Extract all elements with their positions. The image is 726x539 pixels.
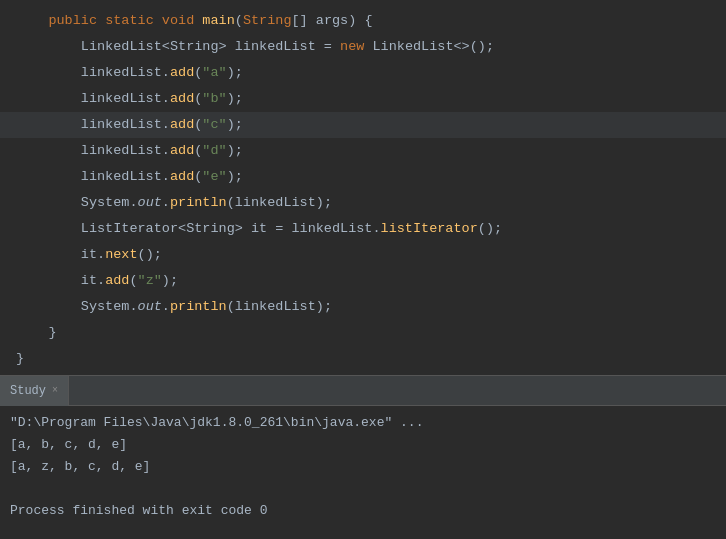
console-content: "D:\Program Files\Java\jdk1.8.0_261\bin\…	[0, 406, 726, 528]
tab-label: Study	[10, 384, 46, 398]
code-line-6: linkedList.add("d");	[0, 138, 726, 164]
console-line-0: "D:\Program Files\Java\jdk1.8.0_261\bin\…	[10, 412, 716, 434]
code-line-2: LinkedList<String> linkedList = new Link…	[0, 34, 726, 60]
console-line-4: Process finished with exit code 0	[10, 500, 716, 522]
code-line-9: ListIterator<String> it = linkedList.lis…	[0, 216, 726, 242]
code-line-11: it.add("z");	[0, 268, 726, 294]
bottom-panel: Study × "D:\Program Files\Java\jdk1.8.0_…	[0, 376, 726, 539]
console-line-3	[10, 478, 716, 500]
tab-close-icon[interactable]: ×	[52, 385, 58, 396]
console-line-1: [a, b, c, d, e]	[10, 434, 716, 456]
editor-area: public static void main(String[] args) {…	[0, 0, 726, 375]
code-gutter-line: }	[0, 346, 726, 372]
code-line-10: it.next();	[0, 242, 726, 268]
code-line-1: public static void main(String[] args) {	[0, 8, 726, 34]
console-line-2: [a, z, b, c, d, e]	[10, 456, 716, 478]
code-line-5: linkedList.add("c");	[0, 112, 726, 138]
code-line-13: }	[0, 320, 726, 346]
code-line-8: System.out.println(linkedList);	[0, 190, 726, 216]
tab-bar: Study ×	[0, 376, 726, 406]
code-line-3: linkedList.add("a");	[0, 60, 726, 86]
code-line-7: linkedList.add("e");	[0, 164, 726, 190]
study-tab[interactable]: Study ×	[0, 376, 69, 406]
code-line-4: linkedList.add("b");	[0, 86, 726, 112]
code-line-12: System.out.println(linkedList);	[0, 294, 726, 320]
